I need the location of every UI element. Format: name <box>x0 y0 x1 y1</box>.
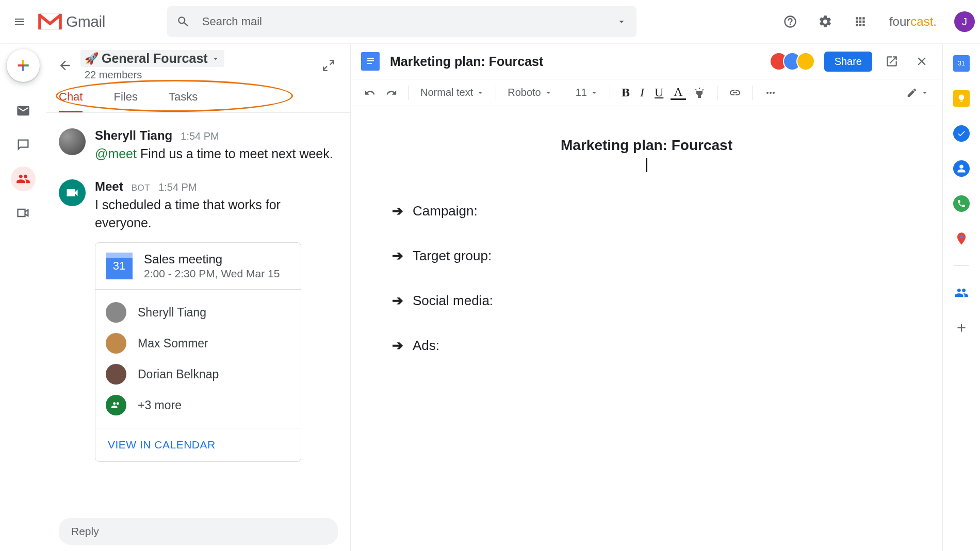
event-attendees: Sheryll Tiang Max Sommer Dorian Belknap <box>95 289 301 428</box>
mail-icon <box>16 104 30 118</box>
editing-mode-button[interactable] <box>903 85 932 101</box>
share-button[interactable]: Share <box>824 52 872 72</box>
plus-icon <box>955 321 968 335</box>
svg-rect-1 <box>367 60 374 61</box>
doc-pane: Marketing plan: Fourcast Share <box>351 44 943 551</box>
message-list: Sheryll Tiang 1:54 PM @meet Find us a ti… <box>46 113 350 518</box>
right-rail: 31 <box>943 44 980 551</box>
pencil-icon <box>906 87 918 98</box>
attendee-row: Max Sommer <box>106 328 290 359</box>
search-bar[interactable]: Search mail <box>167 6 636 37</box>
rail-add[interactable] <box>953 320 970 336</box>
nav-chat[interactable] <box>11 132 36 157</box>
collaborator-avatars[interactable] <box>775 52 815 71</box>
calendar-icon: 31 <box>106 253 133 279</box>
bot-badge: BOT <box>132 183 150 193</box>
text-style-dropdown[interactable]: Normal text <box>417 85 487 101</box>
rail-keep[interactable] <box>953 90 970 107</box>
undo-button[interactable] <box>361 85 379 101</box>
help-button[interactable] <box>778 9 803 34</box>
mention[interactable]: @meet <box>95 146 137 161</box>
nav-mail[interactable] <box>11 98 36 123</box>
message-time: 1:54 PM <box>181 130 219 142</box>
message-author: Sheryll Tiang <box>95 128 172 143</box>
tabs-container: Chat Files Tasks <box>46 81 350 113</box>
highlight-icon <box>693 87 706 99</box>
highlight-button[interactable] <box>690 85 709 101</box>
room-title[interactable]: 🚀 General Fourcast <box>80 50 224 67</box>
message-author: Meet <box>95 179 123 194</box>
rail-calendar[interactable]: 31 <box>953 55 970 72</box>
text-color-button[interactable]: A <box>671 85 685 99</box>
rail-maps[interactable] <box>953 230 970 247</box>
doc-content[interactable]: Marketing plan: Fourcast ➔Campaign: ➔Tar… <box>351 106 942 551</box>
open-external-button[interactable] <box>881 51 902 72</box>
account-avatar[interactable]: J <box>954 11 975 32</box>
bullet-item: ➔Target group: <box>392 248 901 264</box>
nav-meet[interactable] <box>11 201 36 225</box>
attendee-row: Dorian Belknap <box>106 359 290 390</box>
tasks-icon <box>957 129 966 138</box>
back-button[interactable] <box>55 55 75 76</box>
message: Meet BOT 1:54 PM I scheduled a time that… <box>59 179 338 462</box>
tab-files[interactable]: Files <box>113 90 137 112</box>
link-button[interactable] <box>726 85 744 101</box>
more-button[interactable] <box>761 85 780 101</box>
chat-icon <box>16 138 30 152</box>
arrow-icon: ➔ <box>392 203 403 219</box>
app-header: Gmail Search mail fourcast. J <box>0 0 980 44</box>
meet-icon <box>65 186 79 200</box>
caret-down-icon <box>590 89 598 97</box>
svg-point-3 <box>960 236 963 239</box>
link-icon <box>729 87 741 99</box>
rooms-icon <box>16 172 30 186</box>
message: Sheryll Tiang 1:54 PM @meet Find us a ti… <box>59 128 338 163</box>
people-icon <box>954 286 969 300</box>
attendee-more[interactable]: +3 more <box>106 390 290 421</box>
collapse-button[interactable] <box>318 55 339 76</box>
svg-rect-0 <box>367 58 374 59</box>
nav-rooms[interactable] <box>11 166 36 191</box>
reply-input[interactable]: Reply <box>59 518 338 545</box>
bullet-item: ➔Ads: <box>392 338 901 354</box>
tab-tasks[interactable]: Tasks <box>169 90 198 112</box>
rail-voice[interactable] <box>953 195 970 212</box>
close-button[interactable] <box>911 51 932 72</box>
arrow-icon: ➔ <box>392 293 403 309</box>
apps-button[interactable] <box>848 9 873 34</box>
gmail-logo[interactable]: Gmail <box>37 12 105 31</box>
undo-icon <box>364 87 375 98</box>
doc-title[interactable]: Marketing plan: Fourcast <box>390 54 543 69</box>
chevron-down-icon <box>211 54 220 63</box>
gmail-icon <box>37 12 63 31</box>
svg-rect-2 <box>367 63 372 64</box>
underline-button[interactable]: U <box>651 84 666 102</box>
gear-icon <box>818 14 832 29</box>
gmail-wordmark: Gmail <box>66 13 105 30</box>
doc-toolbar: Normal text Roboto 11 B I U A <box>351 79 942 106</box>
search-options-caret-icon[interactable] <box>616 16 627 27</box>
redo-button[interactable] <box>383 85 400 101</box>
avatar[interactable] <box>59 128 86 155</box>
caret-down-icon <box>544 89 552 97</box>
doc-header: Marketing plan: Fourcast Share <box>351 44 942 79</box>
rail-people[interactable] <box>953 285 970 301</box>
people-icon <box>106 395 126 415</box>
settings-button[interactable] <box>813 9 838 34</box>
compose-button[interactable] <box>7 49 40 82</box>
rail-contacts[interactable] <box>953 160 970 177</box>
avatar[interactable] <box>59 179 86 206</box>
room-members[interactable]: 22 members <box>85 69 224 81</box>
collapse-icon <box>322 59 335 72</box>
rail-tasks[interactable] <box>953 125 970 142</box>
event-action[interactable]: VIEW IN CALENDAR <box>95 428 301 461</box>
main-menu-button[interactable] <box>7 9 32 34</box>
font-dropdown[interactable]: Roboto <box>504 85 556 101</box>
tab-chat[interactable]: Chat <box>59 90 83 112</box>
apps-grid-icon <box>854 15 867 28</box>
event-title: Sales meeting <box>144 252 280 266</box>
italic-button[interactable]: I <box>637 84 647 102</box>
font-size-dropdown[interactable]: 11 <box>573 85 601 101</box>
close-icon <box>915 55 928 68</box>
bold-button[interactable]: B <box>618 84 633 102</box>
